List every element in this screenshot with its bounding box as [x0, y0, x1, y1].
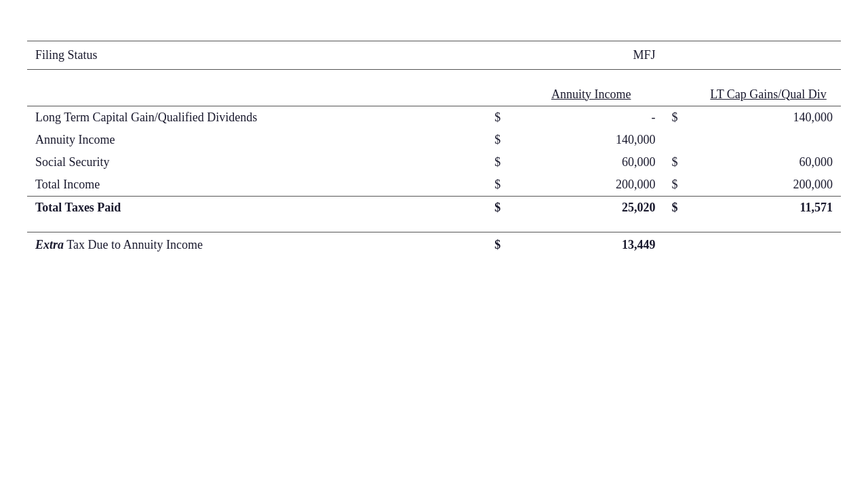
- total-income-label: Total Income: [27, 174, 486, 197]
- social-security-row: Social Security $ 60,000 $ 60,000: [27, 151, 841, 174]
- annuity-income-row: Annuity Income $ 140,000: [27, 129, 841, 151]
- filing-status-row: Filing Status MFJ: [27, 41, 841, 70]
- annuity-dollar1: $: [486, 129, 519, 151]
- ss-dollar2: $: [664, 151, 696, 174]
- ltcg-label: Long Term Capital Gain/Qualified Dividen…: [27, 106, 486, 129]
- page-container: Filing Status MFJ Annuity Income LT Ca: [0, 0, 868, 488]
- ltcg-value1: -: [519, 106, 664, 129]
- column-headers-row: Annuity Income LT Cap Gains/Qual Div: [27, 83, 841, 106]
- total-taxes-value2: 11,571: [696, 196, 841, 219]
- total-taxes-row: Total Taxes Paid $ 25,020 $ 11,571: [27, 196, 841, 219]
- total-taxes-label: Total Taxes Paid: [27, 196, 486, 219]
- total-taxes-dollar1: $: [486, 196, 519, 219]
- total-taxes-dollar2: $: [664, 196, 696, 219]
- extra-tax-label: Extra Tax Due to Annuity Income: [27, 232, 486, 257]
- ltcg-row: Long Term Capital Gain/Qualified Dividen…: [27, 106, 841, 129]
- ltcg-value2: 140,000: [696, 106, 841, 129]
- spacer-row-2: [27, 219, 841, 232]
- col1-header: Annuity Income: [519, 83, 664, 106]
- extra-tax-dollar: $: [486, 232, 519, 257]
- ss-value2: 60,000: [696, 151, 841, 174]
- total-income-value1: 200,000: [519, 174, 664, 197]
- total-income-value2: 200,000: [696, 174, 841, 197]
- filing-status-value: MFJ: [519, 41, 664, 70]
- col2-header: LT Cap Gains/Qual Div: [696, 83, 841, 106]
- spacer-row-1: [27, 70, 841, 83]
- total-income-dollar2: $: [664, 174, 696, 197]
- extra-tax-value: 13,449: [519, 232, 664, 257]
- extra-tax-row: Extra Tax Due to Annuity Income $ 13,449: [27, 232, 841, 257]
- total-income-row: Total Income $ 200,000 $ 200,000: [27, 174, 841, 197]
- ss-dollar1: $: [486, 151, 519, 174]
- total-taxes-value1: 25,020: [519, 196, 664, 219]
- ltcg-dollar2: $: [664, 106, 696, 129]
- ltcg-dollar1: $: [486, 106, 519, 129]
- main-table: Filing Status MFJ Annuity Income LT Ca: [27, 41, 841, 256]
- ss-value1: 60,000: [519, 151, 664, 174]
- annuity-value1: 140,000: [519, 129, 664, 151]
- extra-tax-rest: Tax Due to Annuity Income: [64, 238, 203, 251]
- annuity-income-label: Annuity Income: [27, 129, 486, 151]
- social-security-label: Social Security: [27, 151, 486, 174]
- total-income-dollar1: $: [486, 174, 519, 197]
- filing-status-label: Filing Status: [27, 41, 486, 70]
- extra-tax-italic: Extra: [35, 238, 64, 251]
